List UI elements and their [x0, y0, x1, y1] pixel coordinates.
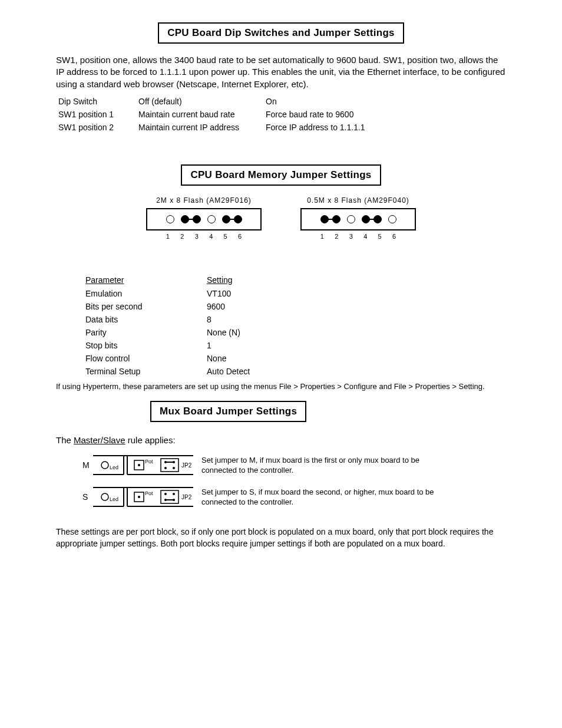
p-r6c1: Flow control	[85, 352, 207, 365]
jp2-m-letter: M	[82, 460, 88, 470]
jp1-left-box	[146, 208, 262, 230]
jp1-left: 2M x 8 Flash (AM29F016) 1 2 3	[146, 196, 262, 241]
jp2-slave-diagram: Led Pot JP2	[93, 485, 193, 509]
p-r5c2: 1	[207, 339, 271, 352]
jp1-right-pin3	[347, 215, 355, 223]
dip-switch-table: Dip Switch Off (default) On SW1 position…	[58, 95, 393, 134]
p-r2c1: Bits per second	[85, 300, 207, 313]
jp1-right-pin5	[373, 215, 382, 223]
jp1-right-link-4-5	[362, 215, 382, 223]
jp1-diagram-row: 2M x 8 Flash (AM29F016) 1 2 3	[50, 196, 512, 241]
p-r7c2: Auto Detect	[207, 365, 271, 378]
jp2-master-text: Set jumper to M, if mux board is the fir…	[201, 455, 449, 476]
dip-r2c3: Force IP address to 1.1.1.1	[266, 121, 393, 134]
dip-r2c2: Maintain current IP address	[138, 121, 266, 134]
p-r2c2: 9600	[207, 300, 271, 313]
rule-underline: Master/Slave	[74, 435, 125, 445]
jp1-left-n2: 2	[176, 233, 188, 240]
p-r5c1: Stop bits	[85, 339, 207, 352]
jp1-right-n6: 6	[388, 233, 400, 240]
svg-point-7	[138, 464, 140, 466]
rule-suffix: rule applies:	[125, 435, 176, 445]
jp1-right: 0.5M x 8 Flash (AM29F040) 1 2 3	[300, 196, 416, 241]
p-r3c1: Data bits	[85, 313, 207, 326]
jp2-s-letter: S	[82, 492, 88, 502]
jp1-left-pin3	[193, 215, 201, 223]
rule-prefix: The	[56, 435, 74, 445]
dip-r1c1: SW1 position 1	[58, 108, 138, 121]
svg-rect-24	[161, 490, 178, 503]
p-r6c2: None	[207, 352, 271, 365]
hyperterm-note: If using Hyperterm, these parameters are…	[56, 381, 506, 392]
svg-point-13	[173, 467, 175, 469]
dip-r2c1: SW1 position 2	[58, 121, 138, 134]
jp1-left-pin1	[166, 215, 174, 223]
jp1-left-n1: 1	[162, 233, 174, 240]
svg-rect-8	[161, 459, 178, 472]
p-r4c1: Parity	[85, 326, 207, 339]
jp1-right-pin2	[332, 215, 340, 223]
pot-label: Pot	[145, 459, 153, 465]
p-r1c1: Emulation	[85, 287, 207, 300]
jp2-slave-text: Set jumper to S, if mux board the second…	[201, 487, 449, 508]
svg-text:Pot: Pot	[145, 490, 153, 496]
svg-point-22	[138, 496, 140, 498]
jp1-right-caption: 0.5M x 8 Flash (AM29F040)	[300, 196, 416, 205]
dip-hdr-on: On	[266, 95, 393, 108]
master-slave-rule: The Master/Slave rule applies:	[56, 435, 506, 445]
jp1-left-n5: 5	[220, 233, 232, 240]
jp2-slave-row: S Led Pot JP2	[82, 485, 512, 509]
terminal-params-table: Parameter Setting EmulationVT100 Bits pe…	[85, 273, 271, 378]
jp1-right-n3: 3	[345, 233, 357, 240]
final-paragraph: These settings are per port block, so if…	[56, 526, 506, 549]
jp2-master-row: M Led Pot	[82, 453, 512, 477]
jp2-label: JP2	[181, 462, 192, 469]
svg-point-25	[164, 493, 167, 495]
svg-point-19	[101, 493, 108, 500]
jp1-left-pin6	[234, 215, 242, 223]
jp1-left-n6: 6	[234, 233, 246, 240]
svg-point-5	[101, 462, 108, 469]
p-r3c2: 8	[207, 313, 271, 326]
title-mux-jumpers: Mux Board Jumper Settings	[150, 401, 306, 422]
jp1-left-pin4	[207, 215, 216, 223]
svg-text:JP2: JP2	[181, 494, 192, 500]
intro-paragraph: SW1, position one, allows the 3400 baud …	[56, 54, 506, 90]
svg-point-12	[164, 467, 167, 469]
jp1-left-caption: 2M x 8 Flash (AM29F016)	[146, 196, 262, 205]
jp1-left-numbers: 1 2 3 4 5 6	[146, 230, 262, 241]
p-r1c2: VT100	[207, 287, 271, 300]
jp1-right-n2: 2	[330, 233, 342, 240]
jp1-right-numbers: 1 2 3 4 5 6	[300, 230, 416, 241]
dip-hdr-switch: Dip Switch	[58, 95, 138, 108]
jp1-right-box	[300, 208, 416, 230]
param-hdr-value: Setting	[207, 273, 271, 287]
param-hdr-name: Parameter	[85, 273, 207, 287]
svg-text:Led: Led	[110, 496, 118, 502]
dip-r1c3: Force baud rate to 9600	[266, 108, 393, 121]
p-r7c1: Terminal Setup	[85, 365, 207, 378]
p-r4c2: None (N)	[207, 326, 271, 339]
dip-hdr-off: Off (default)	[138, 95, 266, 108]
dip-r1c2: Maintain current baud rate	[138, 108, 266, 121]
led-label: Led	[110, 465, 118, 470]
jp1-right-pin6	[388, 215, 396, 223]
jp1-right-link-1-2	[320, 215, 340, 223]
jp1-right-n4: 4	[359, 233, 371, 240]
jp1-left-n4: 4	[205, 233, 217, 240]
title-cpu-dip-jumpers: CPU Board Dip Switches and Jumper Settin…	[158, 22, 404, 44]
jp1-left-n3: 3	[191, 233, 203, 240]
page: CPU Board Dip Switches and Jumper Settin…	[0, 0, 562, 728]
jp1-right-n1: 1	[316, 233, 328, 240]
title-memory-jumpers: CPU Board Memory Jumper Settings	[181, 164, 381, 186]
jp2-master-diagram: Led Pot JP2	[93, 453, 193, 477]
jp1-left-link-5-6	[222, 215, 242, 223]
svg-point-26	[173, 493, 175, 495]
jp1-right-n5: 5	[374, 233, 386, 240]
jp1-left-link-2-3	[181, 215, 201, 223]
